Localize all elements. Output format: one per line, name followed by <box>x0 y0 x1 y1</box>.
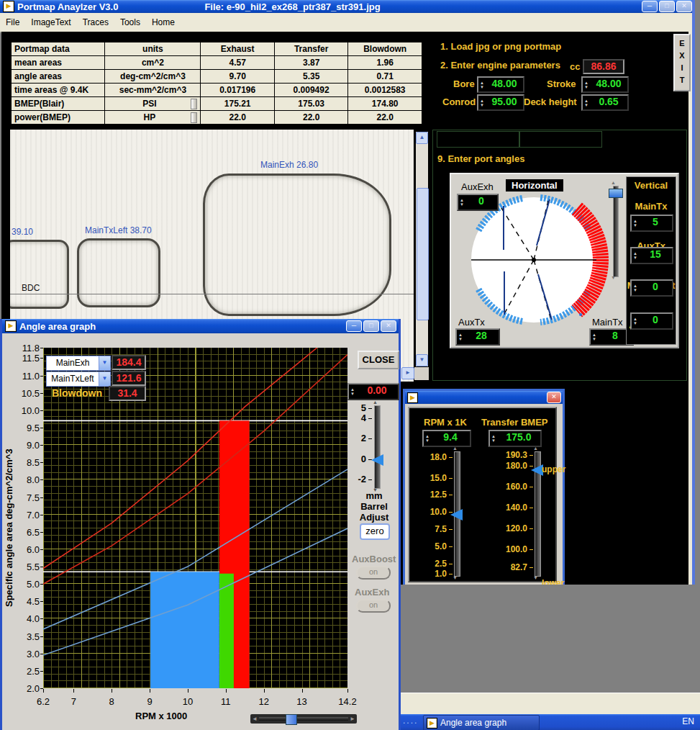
bmep-tick-label: 180.0 <box>497 461 527 471</box>
spin-arrows-icon[interactable]: ▲▼ <box>632 248 639 263</box>
graph-maximize-button[interactable]: □ <box>363 320 379 332</box>
x-tick-label: 7 <box>63 696 84 707</box>
auxtx-v-spinner[interactable]: ▲▼ 15 <box>630 247 673 264</box>
zero-button[interactable]: zero <box>360 523 390 540</box>
slider-up-icon[interactable]: ▲ <box>611 180 616 185</box>
auxboost-spinner[interactable]: ▲▼ 0 <box>630 312 673 330</box>
menubar: File ImageText Traces Tools Home <box>0 13 695 33</box>
series2-combo[interactable]: MainTxLeft ▼ <box>46 371 111 387</box>
language-indicator[interactable]: EN <box>682 716 694 726</box>
quick-launch-dots[interactable]: .... <box>403 716 418 726</box>
auxtx-h-spinner[interactable]: ▲▼ 28 <box>455 328 500 346</box>
rpm-slider-thumb[interactable] <box>450 509 463 521</box>
scroll-track[interactable] <box>259 717 348 721</box>
stroke-spinner[interactable]: ▲▼ 48.00 <box>581 76 629 93</box>
spin-arrows-icon[interactable]: ▲▼ <box>583 96 590 109</box>
slider-up-icon[interactable]: ▲ <box>533 446 538 451</box>
scroll-down-icon[interactable]: ▼ <box>416 354 428 366</box>
units-dropdown[interactable]: HP <box>105 111 201 125</box>
chevron-down-icon[interactable]: ▼ <box>99 372 110 386</box>
menu-home[interactable]: Home <box>146 16 181 29</box>
menu-imagetext[interactable]: ImageText <box>25 16 76 29</box>
maximize-button[interactable]: □ <box>659 1 675 12</box>
rpm-window-titlebar[interactable]: ▶ ✕ <box>405 391 563 404</box>
spin-arrows-icon[interactable]: ▲▼ <box>632 216 639 230</box>
close-button[interactable]: ✕ <box>676 1 692 12</box>
series1-combo[interactable]: MainExh ▼ <box>46 356 111 371</box>
minimize-button[interactable]: ─ <box>642 1 658 12</box>
scroll-up-icon[interactable]: ▲ <box>416 132 428 144</box>
menu-traces[interactable]: Traces <box>77 16 114 29</box>
exit-button[interactable]: E X I T <box>673 34 691 91</box>
taskbar-button-angle-area-graph[interactable]: ▶ Angle area graph <box>423 715 540 730</box>
graph-plot-area[interactable]: MainExh ▼ MainTxLeft ▼ 184.4 121.6 Blowd… <box>43 348 347 688</box>
spin-arrows-icon[interactable]: ▲▼ <box>424 431 431 446</box>
slider-down-icon[interactable]: ▼ <box>533 575 538 580</box>
graph-horizontal-scrollbar[interactable]: ◄ ► <box>250 714 357 724</box>
barrel-slider-thumb[interactable] <box>371 454 383 466</box>
bmep-value: 175.0 <box>497 431 540 446</box>
bore-spinner[interactable]: ▲▼ 48.00 <box>477 76 524 93</box>
spin-arrows-icon[interactable]: ▲▼ <box>632 281 639 295</box>
deck-height-spinner[interactable]: ▲▼ 0.65 <box>581 94 629 111</box>
barrel-tick-mark <box>368 438 372 439</box>
image-scroll-right-icon[interactable]: ► <box>401 367 414 379</box>
scroll-left-icon[interactable]: ◄ <box>250 716 259 722</box>
angle-area-graph-window: ▶ Angle area graph ─ □ ✕ MainExh ▼ MainT… <box>0 319 401 730</box>
conrod-spinner[interactable]: ▲▼ 95.00 <box>477 94 524 111</box>
spin-arrows-icon[interactable]: ▲▼ <box>632 314 639 328</box>
spin-arrows-icon[interactable]: ▲▼ <box>478 78 486 91</box>
spin-arrows-icon[interactable]: ▲▼ <box>458 195 465 209</box>
auxexh-on-button[interactable]: on <box>356 599 391 613</box>
slider-track[interactable] <box>613 186 619 277</box>
rpm-close-button[interactable]: ✕ <box>547 392 561 403</box>
spin-arrows-icon[interactable]: ▲▼ <box>349 384 356 399</box>
maintx-v-spinner[interactable]: ▲▼ 5 <box>630 215 673 232</box>
tab-box-2[interactable] <box>519 131 602 148</box>
slider-up-icon[interactable]: ▲ <box>453 446 458 451</box>
menu-file[interactable]: File <box>0 16 25 29</box>
spin-arrows-icon[interactable]: ▲▼ <box>583 78 590 91</box>
menu-tools[interactable]: Tools <box>114 16 146 29</box>
row-label: BMEP(Blair) <box>11 97 105 111</box>
scroll-thumb[interactable] <box>286 714 297 725</box>
slider-up-icon[interactable]: ▲ <box>373 400 378 405</box>
slider-thumb[interactable] <box>609 189 623 198</box>
offset-spinner[interactable]: ▲▼ 0.00 <box>347 383 399 400</box>
image-vertical-scrollbar[interactable]: ▲ ▼ <box>416 132 428 366</box>
graph-close-x-button[interactable]: ✕ <box>381 320 396 332</box>
chevron-down-icon[interactable]: ▼ <box>99 356 110 370</box>
y-tick-mark <box>40 584 43 585</box>
rpm-tick-label: 12.5 <box>421 490 447 500</box>
tab-box-1[interactable] <box>437 131 519 148</box>
blowdown-label: Blowdown <box>52 387 102 399</box>
auxexh-spinner[interactable]: ▲▼ 0 <box>457 194 499 211</box>
vertical-column: Vertical MainTx ▲▼ 5 AuxTx ▲▼ 15 MainBoo… <box>626 176 676 345</box>
dropdown-handle-icon[interactable] <box>191 112 197 123</box>
spin-arrows-icon[interactable]: ▲▼ <box>591 330 598 344</box>
col-exhaust: Exhaust <box>201 42 274 56</box>
scrollbar-thumb[interactable] <box>417 188 429 320</box>
slider-down-icon[interactable]: ▼ <box>453 575 458 580</box>
x-tick-label: 6.2 <box>32 696 54 707</box>
close-graph-button[interactable]: CLOSE <box>358 351 399 369</box>
bmep-spinner[interactable]: ▲▼ 175.0 <box>488 430 542 447</box>
rpm-spinner[interactable]: ▲▼ 9.4 <box>422 430 471 447</box>
graph-window-titlebar[interactable]: ▶ Angle area graph ─ □ ✕ <box>2 319 399 333</box>
spin-arrows-icon[interactable]: ▲▼ <box>478 96 486 109</box>
dropdown-handle-icon[interactable] <box>191 99 197 109</box>
graph-minimize-button[interactable]: ─ <box>346 320 362 332</box>
units-dropdown[interactable]: PSI <box>105 97 201 111</box>
slider-down-icon[interactable]: ▼ <box>611 275 616 280</box>
rpm-tick-mark <box>449 574 453 574</box>
port-label-maintxleft: MainTxLeft 38.70 <box>85 225 152 235</box>
auxboost-on-button[interactable]: on <box>356 566 391 580</box>
rpm-tick-mark <box>449 495 453 495</box>
y-tick-label: 10.5 <box>15 388 40 399</box>
spin-arrows-icon[interactable]: ▲▼ <box>490 431 497 446</box>
mainboost-spinner[interactable]: ▲▼ 0 <box>630 279 673 297</box>
spin-arrows-icon[interactable]: ▲▼ <box>457 330 464 344</box>
series2-display: 121.6 <box>112 371 146 386</box>
scroll-right-icon[interactable]: ► <box>348 716 357 722</box>
barrel-slider-track[interactable] <box>374 405 381 489</box>
